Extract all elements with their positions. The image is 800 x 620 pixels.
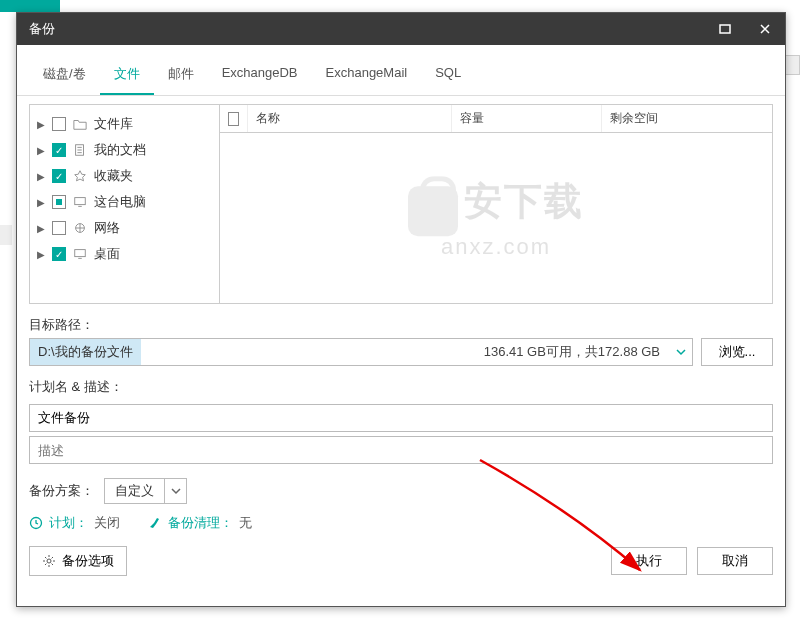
tree-label: 我的文档	[94, 141, 146, 159]
backup-dialog: 备份 磁盘/卷 文件 邮件 ExchangeDB ExchangeMail SQ…	[16, 12, 786, 607]
tab-sql[interactable]: SQL	[421, 57, 475, 95]
folder-icon	[72, 117, 88, 131]
target-path-value: D:\我的备份文件	[30, 339, 141, 365]
expander-icon[interactable]: ▶	[36, 145, 46, 156]
scheme-label: 备份方案：	[29, 482, 94, 500]
cancel-button[interactable]: 取消	[697, 547, 773, 575]
plan-label: 计划名 & 描述：	[29, 378, 773, 396]
maximize-button[interactable]	[705, 13, 745, 45]
tree-item-documents[interactable]: ▶ ✓ 我的文档	[30, 137, 219, 163]
target-path-label: 目标路径：	[29, 316, 773, 334]
tab-exchangedb[interactable]: ExchangeDB	[208, 57, 312, 95]
backup-options-button[interactable]: 备份选项	[29, 546, 127, 576]
bg-side-right	[785, 55, 800, 75]
tab-mail[interactable]: 邮件	[154, 57, 208, 95]
target-space-info: 136.41 GB可用，共172.88 GB	[476, 343, 668, 361]
tree-label: 网络	[94, 219, 120, 237]
monitor-icon	[72, 195, 88, 209]
svg-rect-4	[75, 250, 86, 257]
tree-item-library[interactable]: ▶ 文件库	[30, 111, 219, 137]
checkbox[interactable]	[52, 195, 66, 209]
watermark: 安下载 anxz.com	[408, 176, 584, 260]
cleanup-link[interactable]: 备份清理： 无	[148, 514, 252, 532]
scheme-dropdown[interactable]	[164, 479, 186, 503]
tree-item-favorites[interactable]: ▶ ✓ 收藏夹	[30, 163, 219, 189]
grid-header-checkbox[interactable]	[220, 105, 248, 132]
tree-label: 收藏夹	[94, 167, 133, 185]
chevron-down-icon	[169, 484, 183, 498]
grid-header-name[interactable]: 名称	[248, 105, 452, 132]
bg-side-left	[0, 225, 12, 245]
description-input[interactable]	[29, 436, 773, 464]
expander-icon[interactable]: ▶	[36, 197, 46, 208]
tree-item-thispc[interactable]: ▶ 这台电脑	[30, 189, 219, 215]
tree-label: 这台电脑	[94, 193, 146, 211]
source-tree[interactable]: ▶ 文件库 ▶ ✓ 我的文档 ▶ ✓ 收藏夹	[29, 104, 219, 304]
browse-button[interactable]: 浏览...	[701, 338, 773, 366]
tab-disk[interactable]: 磁盘/卷	[29, 57, 100, 95]
checkbox[interactable]: ✓	[52, 169, 66, 183]
target-path-input[interactable]: D:\我的备份文件 136.41 GB可用，共172.88 GB	[29, 338, 693, 366]
gear-icon	[42, 554, 56, 568]
file-grid: 名称 容量 剩余空间 安下载 anxz.com	[219, 104, 773, 304]
star-icon	[72, 169, 88, 183]
grid-header-free[interactable]: 剩余空间	[602, 105, 772, 132]
chevron-down-icon	[674, 345, 688, 359]
checkbox[interactable]	[52, 117, 66, 131]
checkbox[interactable]: ✓	[52, 143, 66, 157]
checkbox[interactable]	[52, 221, 66, 235]
grid-body: 安下载 anxz.com	[220, 133, 772, 303]
svg-rect-0	[720, 25, 730, 33]
source-tabs: 磁盘/卷 文件 邮件 ExchangeDB ExchangeMail SQL	[17, 45, 785, 96]
checkbox[interactable]: ✓	[52, 247, 66, 261]
expander-icon[interactable]: ▶	[36, 171, 46, 182]
scheme-select[interactable]: 自定义	[104, 478, 187, 504]
expander-icon[interactable]: ▶	[36, 249, 46, 260]
svg-point-6	[47, 559, 51, 563]
scheme-value: 自定义	[105, 479, 164, 503]
expander-icon[interactable]: ▶	[36, 223, 46, 234]
broom-icon	[148, 516, 162, 530]
clock-icon	[29, 516, 43, 530]
document-icon	[72, 143, 88, 157]
expander-icon[interactable]: ▶	[36, 119, 46, 130]
tree-item-network[interactable]: ▶ 网络	[30, 215, 219, 241]
tab-file[interactable]: 文件	[100, 57, 154, 95]
grid-header: 名称 容量 剩余空间	[220, 105, 772, 133]
tree-label: 桌面	[94, 245, 120, 263]
grid-header-capacity[interactable]: 容量	[452, 105, 602, 132]
tree-label: 文件库	[94, 115, 133, 133]
target-dropdown[interactable]	[668, 345, 692, 359]
schedule-link[interactable]: 计划： 关闭	[29, 514, 120, 532]
tab-exchangemail[interactable]: ExchangeMail	[312, 57, 422, 95]
maximize-icon	[718, 22, 732, 36]
globe-icon	[72, 221, 88, 235]
plan-name-input[interactable]	[29, 404, 773, 432]
window-title: 备份	[29, 20, 55, 38]
svg-rect-2	[75, 198, 86, 205]
close-icon	[758, 22, 772, 36]
close-button[interactable]	[745, 13, 785, 45]
titlebar: 备份	[17, 13, 785, 45]
tree-item-desktop[interactable]: ▶ ✓ 桌面	[30, 241, 219, 267]
execute-button[interactable]: 执行	[611, 547, 687, 575]
monitor-icon	[72, 247, 88, 261]
bg-stripe	[0, 0, 60, 12]
